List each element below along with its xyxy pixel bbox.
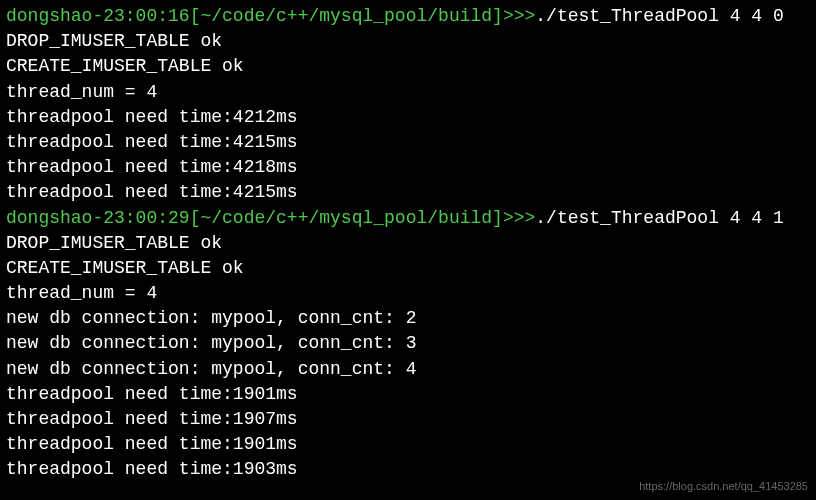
prompt-arrows: >>> — [503, 6, 535, 26]
output-text: CREATE_IMUSER_TABLE ok — [6, 56, 244, 76]
terminal-line: dongshao-23:00:29[~/code/c++/mysql_pool/… — [6, 206, 810, 231]
terminal-line: threadpool need time:4218ms — [6, 155, 810, 180]
terminal-line: CREATE_IMUSER_TABLE ok — [6, 256, 810, 281]
command-text: ./test_ThreadPool 4 4 0 — [535, 6, 783, 26]
terminal-line: thread_num = 4 — [6, 80, 810, 105]
output-text: new db connection: mypool, conn_cnt: 3 — [6, 333, 416, 353]
output-text: threadpool need time:4215ms — [6, 182, 298, 202]
prompt-path: [~/code/c++/mysql_pool/build] — [190, 6, 503, 26]
terminal-line: dongshao-23:00:16[~/code/c++/mysql_pool/… — [6, 4, 810, 29]
terminal-output: dongshao-23:00:16[~/code/c++/mysql_pool/… — [6, 4, 810, 483]
output-text: threadpool need time:4218ms — [6, 157, 298, 177]
output-text: threadpool need time:4212ms — [6, 107, 298, 127]
output-text: thread_num = 4 — [6, 283, 157, 303]
terminal-line: threadpool need time:1901ms — [6, 382, 810, 407]
output-text: new db connection: mypool, conn_cnt: 2 — [6, 308, 416, 328]
prompt-user-host-time: dongshao-23:00:16 — [6, 6, 190, 26]
terminal-line: threadpool need time:1901ms — [6, 432, 810, 457]
output-text: threadpool need time:1903ms — [6, 459, 298, 479]
prompt-user-host-time: dongshao-23:00:29 — [6, 208, 190, 228]
terminal-line: new db connection: mypool, conn_cnt: 4 — [6, 357, 810, 382]
output-text: CREATE_IMUSER_TABLE ok — [6, 258, 244, 278]
terminal-line: threadpool need time:4215ms — [6, 180, 810, 205]
output-text: DROP_IMUSER_TABLE ok — [6, 233, 222, 253]
output-text: threadpool need time:4215ms — [6, 132, 298, 152]
output-text: threadpool need time:1901ms — [6, 384, 298, 404]
terminal-line: thread_num = 4 — [6, 281, 810, 306]
terminal-line: DROP_IMUSER_TABLE ok — [6, 231, 810, 256]
command-text: ./test_ThreadPool 4 4 1 — [535, 208, 783, 228]
terminal-line: threadpool need time:4212ms — [6, 105, 810, 130]
output-text: threadpool need time:1907ms — [6, 409, 298, 429]
output-text: thread_num = 4 — [6, 82, 157, 102]
terminal-line: new db connection: mypool, conn_cnt: 3 — [6, 331, 810, 356]
prompt-path: [~/code/c++/mysql_pool/build] — [190, 208, 503, 228]
terminal-line: CREATE_IMUSER_TABLE ok — [6, 54, 810, 79]
watermark-text: https://blog.csdn.net/qq_41453285 — [639, 479, 808, 494]
output-text: DROP_IMUSER_TABLE ok — [6, 31, 222, 51]
prompt-arrows: >>> — [503, 208, 535, 228]
output-text: new db connection: mypool, conn_cnt: 4 — [6, 359, 416, 379]
terminal-line: threadpool need time:1907ms — [6, 407, 810, 432]
terminal-line: new db connection: mypool, conn_cnt: 2 — [6, 306, 810, 331]
terminal-line: threadpool need time:4215ms — [6, 130, 810, 155]
terminal-line: DROP_IMUSER_TABLE ok — [6, 29, 810, 54]
output-text: threadpool need time:1901ms — [6, 434, 298, 454]
